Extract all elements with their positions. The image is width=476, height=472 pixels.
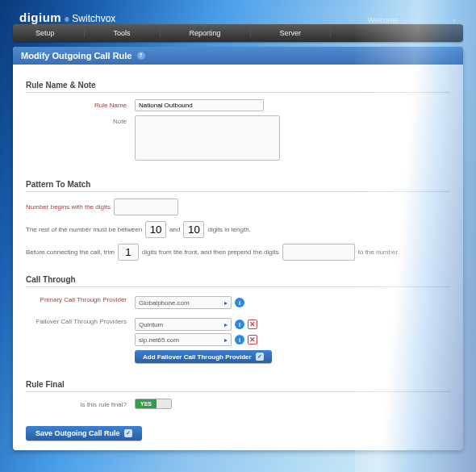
nav-server[interactable]: Server	[251, 29, 332, 37]
begins-label: Number begins with the digits	[26, 203, 111, 211]
nav-reporting[interactable]: Reporting	[161, 29, 251, 37]
rule-name-label: Rule Name	[26, 99, 135, 109]
section-rule-final: Rule Final	[26, 380, 450, 392]
failover-provider-select-1[interactable]: Quintum▸	[135, 318, 232, 331]
add-failover-button[interactable]: Add Failover Call Through Provider✓	[135, 350, 272, 363]
max-digits-input[interactable]	[183, 221, 204, 238]
user-link[interactable]: ignat@nexus.rs	[400, 16, 451, 24]
user-menu-caret[interactable]: ▾	[453, 16, 457, 24]
welcome-text: Welcome ignat@nexus.rs ▾	[368, 16, 457, 24]
info-icon[interactable]: i	[235, 298, 244, 307]
nav-tools[interactable]: Tools	[85, 29, 161, 37]
failover-provider-select-2[interactable]: sip.net65.com▸	[135, 333, 232, 346]
page-header: Modify Outgoing Call Rule ?	[13, 47, 463, 65]
chevron-right-icon: ▸	[224, 299, 228, 307]
min-digits-input[interactable]	[145, 221, 166, 238]
section-pattern: Pattern To Match	[26, 180, 450, 192]
brand-logo: digium® Switchvox	[19, 10, 115, 24]
save-button[interactable]: Save Outgoing Call Rule✓	[26, 426, 142, 441]
section-call-through: Call Through	[26, 275, 450, 287]
delete-icon[interactable]: ✕	[248, 335, 257, 345]
brand-name: digium	[19, 10, 61, 24]
trim-digits-input[interactable]	[118, 244, 139, 261]
section-name-note: Rule Name & Note	[26, 81, 450, 93]
check-icon: ✓	[256, 353, 264, 361]
help-icon[interactable]: ?	[137, 52, 145, 60]
page-title: Modify Outgoing Call Rule	[21, 51, 132, 61]
main-nav: Setup Tools Reporting Server	[13, 24, 463, 42]
chevron-right-icon: ▸	[224, 321, 228, 328]
rule-final-label: Is this rule final?	[26, 399, 135, 408]
note-label: Note	[26, 115, 135, 125]
chevron-right-icon: ▸	[224, 336, 228, 344]
primary-provider-select[interactable]: Globalphone.com▸	[135, 296, 232, 309]
note-textarea[interactable]	[135, 115, 280, 161]
info-icon[interactable]: i	[235, 335, 244, 345]
begins-input[interactable]	[114, 198, 178, 215]
info-icon[interactable]: i	[235, 320, 244, 329]
delete-icon[interactable]: ✕	[248, 320, 257, 329]
rule-final-toggle[interactable]: YES	[135, 399, 172, 409]
rule-name-input[interactable]	[135, 99, 264, 111]
brand-product: Switchvox	[72, 13, 115, 24]
check-icon: ✓	[124, 429, 132, 437]
nav-setup[interactable]: Setup	[13, 29, 85, 37]
prepend-digits-input[interactable]	[282, 244, 355, 261]
primary-provider-label: Primary Call Through Provider	[26, 294, 135, 303]
failover-provider-label: Failover Call Through Providers	[26, 315, 135, 325]
